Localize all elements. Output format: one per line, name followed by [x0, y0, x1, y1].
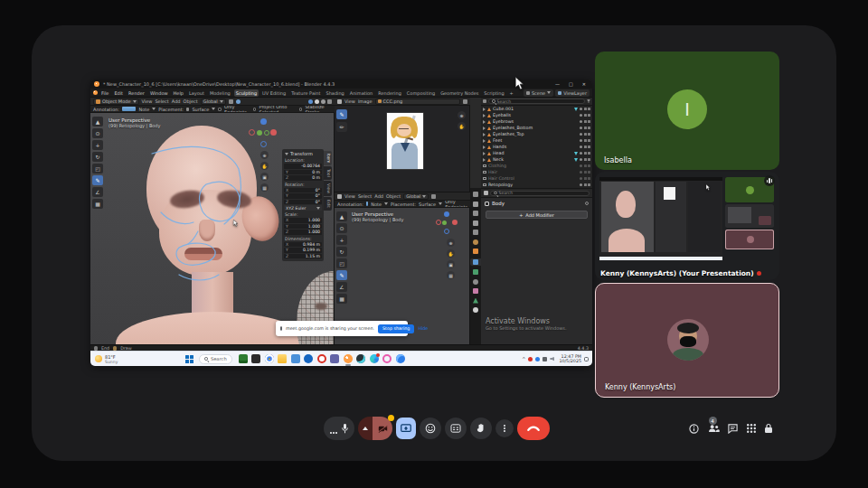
notification-center-icon[interactable]	[584, 357, 589, 361]
workspace-add[interactable]: +	[508, 89, 515, 97]
pan-hand-icon[interactable]: ✋	[447, 249, 455, 258]
orientation-selector[interactable]: Global	[201, 99, 226, 105]
rotation-y-field[interactable]: Y0°	[284, 193, 322, 199]
annotate-tool[interactable]: ✎	[336, 270, 347, 280]
tab-view[interactable]: View	[324, 181, 332, 196]
tile-isabella[interactable]: I Isabella	[595, 52, 779, 170]
view-menu[interactable]: View	[344, 193, 355, 199]
add-menu[interactable]: Add	[172, 99, 181, 104]
annotation-note[interactable]: Note	[371, 202, 382, 207]
scene-selector[interactable]: Scene	[524, 89, 553, 97]
workspace-compositing[interactable]: Compositing	[405, 89, 437, 97]
outliner-item[interactable]: Clothing	[481, 163, 592, 169]
scale-z-field[interactable]: Z1.000	[284, 230, 322, 235]
tray-shield-icon[interactable]	[542, 357, 547, 361]
visibility-icons[interactable]	[580, 114, 590, 117]
rotation-z-field[interactable]: Z0°	[284, 200, 322, 205]
particles-tab-icon[interactable]	[473, 269, 478, 275]
pan-hand-icon[interactable]: ✋	[260, 162, 269, 170]
rotate-tool[interactable]: ↻	[336, 247, 347, 257]
editor-type-icon[interactable]	[337, 194, 342, 199]
material-tab-icon[interactable]	[473, 307, 478, 313]
photos-app-icon[interactable]	[291, 354, 300, 363]
scale-y-field[interactable]: Y1.000	[284, 224, 322, 230]
tray-app-icon[interactable]	[528, 357, 533, 361]
dimensions-x-field[interactable]: X0.984 m	[284, 242, 322, 248]
add-primitive-tool[interactable]: ▦	[336, 294, 347, 304]
maximize-button[interactable]: □	[566, 81, 576, 87]
workspace-geometry-nodes[interactable]: Geometry Nodes	[439, 89, 480, 97]
expand-icon[interactable]	[483, 127, 486, 130]
scale-tool[interactable]: ◰	[336, 258, 347, 268]
close-button[interactable]: ✕	[580, 81, 589, 87]
physics-tab-icon[interactable]	[473, 279, 478, 285]
location-y-field[interactable]: Y0 m	[284, 170, 322, 175]
outliner-item[interactable]: Eyelashes_Bottom	[481, 125, 592, 131]
outliner-item[interactable]: Eyeballs	[481, 112, 592, 118]
camera-view-icon[interactable]: ▣	[447, 260, 455, 268]
outliner-item[interactable]: Retopology	[481, 182, 592, 188]
blender-app-icon[interactable]	[344, 354, 353, 363]
measure-tool[interactable]: ∠	[336, 282, 347, 292]
dimensions-y-field[interactable]: Y0.199 m	[284, 248, 322, 253]
meeting-details-button[interactable]	[689, 424, 699, 434]
outliner-item[interactable]: Hair	[481, 169, 592, 175]
expand-icon[interactable]	[483, 152, 486, 155]
visibility-icons[interactable]	[580, 145, 590, 148]
tray-chevron-icon[interactable]: ^	[522, 356, 525, 361]
blender-menu-icon[interactable]	[93, 90, 98, 95]
editor-type-icon[interactable]	[337, 99, 342, 104]
workspace-sculpting[interactable]: Sculpting	[234, 89, 259, 97]
outliner-item[interactable]: Hair Control	[481, 175, 592, 182]
add-primitive-tool[interactable]: ▦	[92, 199, 103, 209]
workspace-layout[interactable]: Layout	[187, 89, 206, 97]
file-explorer-icon[interactable]	[278, 354, 287, 363]
start-button[interactable]	[185, 355, 193, 363]
overlays-icon[interactable]	[327, 99, 332, 104]
object-tab-icon[interactable]	[473, 249, 478, 254]
workspace-rendering[interactable]: Rendering	[376, 89, 403, 97]
outliner-item[interactable]: Eyebrows	[481, 118, 592, 125]
visibility-icons[interactable]	[580, 120, 590, 123]
menu-window[interactable]: Window	[148, 90, 170, 96]
visibility-icons[interactable]	[580, 127, 590, 129]
workspace-texture-paint[interactable]: Texture Paint	[289, 89, 322, 97]
render-tab-icon[interactable]	[473, 202, 478, 207]
placement-surface[interactable]: Surface	[419, 202, 436, 207]
visibility-icons[interactable]	[580, 139, 590, 142]
object-menu[interactable]: Object	[386, 193, 401, 199]
move-tool[interactable]: +	[92, 140, 103, 150]
collapse-icon[interactable]	[285, 153, 288, 155]
workspace-uv-editing[interactable]: UV Editing	[260, 89, 288, 97]
placement-surface[interactable]: Surface	[192, 107, 209, 112]
presenting-button[interactable]	[396, 418, 416, 439]
select-tool[interactable]: ▲	[92, 117, 103, 127]
edge-icon[interactable]	[370, 354, 379, 363]
annotation-color-swatch[interactable]	[366, 202, 368, 206]
outliner-item[interactable]: Cube.001	[481, 106, 592, 112]
view-menu[interactable]: View	[142, 99, 153, 104]
workspace-shading[interactable]: Shading	[324, 89, 345, 97]
annotation-color-swatch[interactable]	[122, 107, 136, 111]
browser-app-icon[interactable]	[396, 354, 405, 363]
view-layer-tab-icon[interactable]	[473, 221, 478, 226]
screenshot-app-icon[interactable]	[239, 354, 248, 363]
workspace-modeling[interactable]: Modeling	[208, 89, 232, 97]
visibility-icons[interactable]	[580, 164, 590, 167]
outliner-item[interactable]: Eyelashes_Top	[481, 131, 592, 137]
scale-x-field[interactable]: X1.000	[284, 218, 322, 223]
select-menu[interactable]: Select	[358, 193, 372, 199]
visibility-icons[interactable]	[580, 183, 590, 186]
tab-item[interactable]: Item	[324, 151, 332, 165]
visibility-icons[interactable]	[580, 133, 590, 136]
axis-gizmo[interactable]	[249, 118, 276, 147]
mode-selector[interactable]: Object Mode	[93, 99, 139, 105]
chrome-icon[interactable]	[265, 354, 274, 363]
camera-view-icon[interactable]: ▣	[260, 173, 269, 181]
chat-button[interactable]	[728, 424, 738, 434]
taskbar-search[interactable]: Search	[199, 354, 231, 364]
camera-options-button[interactable]	[358, 417, 373, 440]
rotation-x-field[interactable]: X0°	[284, 188, 322, 193]
shading-material-icon[interactable]	[321, 99, 326, 104]
snapping-icon[interactable]	[431, 194, 436, 199]
